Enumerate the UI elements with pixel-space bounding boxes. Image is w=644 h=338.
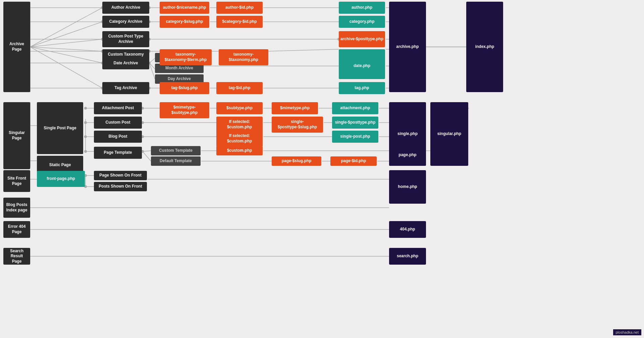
date-archive-node: Date Archive — [102, 57, 149, 69]
if-selected-custom-1-node: If selected: $custom.php — [216, 117, 263, 133]
svg-line-29 — [149, 63, 155, 69]
diagram: Archive Page Author Archive Category Arc… — [0, 0, 644, 338]
svg-line-2 — [30, 39, 102, 47]
taxonomy-php-2-node: taxonomy- $taxonomy.php — [219, 49, 268, 65]
archive-posttype-php-node: archive-$posttype.php — [339, 31, 385, 47]
page-php-node: page.php — [389, 144, 426, 166]
svg-point-88 — [84, 121, 87, 124]
author-php-node: author.php — [339, 2, 385, 14]
tag-slug-php-node: tag-$slug.php — [160, 82, 209, 94]
site-front-page-node: Site Front Page — [3, 170, 30, 192]
author-nicename-php-node: author-$nicename.php — [160, 2, 209, 14]
search-php-node: search.php — [389, 248, 426, 265]
svg-point-89 — [84, 135, 87, 138]
svg-line-3 — [30, 47, 102, 51]
index-php-node: index.php — [466, 2, 503, 92]
tag-archive-node: Tag Archive — [102, 82, 149, 94]
single-posttype-php-node: single-$posttype.php — [332, 117, 378, 129]
single-post-php-node: single-post.php — [332, 131, 378, 143]
svg-line-1 — [30, 22, 102, 47]
category-archive-node: Category Archive — [102, 16, 149, 28]
singular-page-node: Singular Page — [3, 102, 30, 169]
svg-line-59 — [143, 151, 151, 151]
svg-line-0 — [30, 8, 102, 47]
attachment-php-node: attachment.php — [332, 102, 378, 114]
page-id-php-node: page-$id.php — [330, 156, 377, 166]
custom-post-type-archive-node: Custom Post Type Archive — [102, 31, 149, 47]
svg-point-87 — [84, 107, 87, 110]
author-id-php-node: author-$id.php — [216, 2, 263, 14]
svg-line-60 — [143, 151, 151, 161]
custom-php-node: $custom.php — [216, 146, 263, 155]
home-php-node: home.php — [389, 170, 426, 204]
svg-line-4 — [30, 47, 102, 63]
custom-template-node: Custom Template — [151, 146, 201, 155]
error-404-page-node: Error 404 Page — [3, 221, 30, 238]
category-php-node: category.php — [339, 16, 385, 28]
front-page-php-node: front-page.php — [37, 171, 85, 187]
date-php-node: date.php — [339, 53, 385, 79]
page-shown-on-front-node: Page Shown On Front — [94, 171, 147, 180]
category-id-php-node: $category-$id.php — [216, 16, 263, 28]
404-php-node: 404.php — [389, 221, 426, 238]
tag-id-php-node: tag-$id.php — [216, 82, 263, 94]
search-result-page-node: Search Result Page — [3, 248, 30, 265]
archive-page-node: Archive Page — [3, 2, 30, 92]
single-posttype-slug-node: single- $posttype-$slug.php — [272, 117, 323, 133]
if-selected-custom-2-node: If selected: $custom.php — [216, 131, 263, 147]
mimetype-php-node: $mimetype.php — [272, 102, 318, 114]
default-template-node: Default Template — [151, 156, 201, 166]
mimetype-subtype-php-node: $mimetype- $subtype.php — [160, 102, 209, 118]
taxonomy-term-php-node: taxonomy- $taxonomy-$term.php — [160, 49, 212, 65]
category-slug-php-node: category-$slug.php — [160, 16, 209, 28]
tag-php-node: tag.php — [339, 82, 385, 94]
archive-php-node: archive.php — [389, 2, 426, 92]
blog-posts-index-node: Blog Posts Index page — [3, 198, 30, 218]
blog-post-node: Blog Post — [94, 131, 142, 143]
custom-post-node: Custom Post — [94, 117, 142, 129]
subtype-php-node: $subtype.php — [216, 102, 263, 114]
watermark: ploshadka.net — [613, 329, 642, 335]
singular-php-node: singular.php — [430, 102, 468, 166]
single-post-page-node: Single Post Page — [37, 102, 83, 154]
page-template-node: Page Template — [94, 147, 142, 159]
svg-line-28 — [149, 58, 155, 63]
attachment-post-node: Attachment Post — [94, 102, 142, 114]
svg-point-90 — [84, 150, 87, 153]
posts-shown-on-front-node: Posts Shown On Front — [94, 182, 147, 191]
svg-line-26 — [267, 49, 339, 51]
author-archive-node: Author Archive — [102, 2, 149, 14]
svg-line-5 — [30, 47, 102, 88]
connector-lines — [0, 0, 644, 338]
svg-line-30 — [149, 63, 155, 79]
page-slug-php-node: page-$slug.php — [272, 156, 321, 166]
